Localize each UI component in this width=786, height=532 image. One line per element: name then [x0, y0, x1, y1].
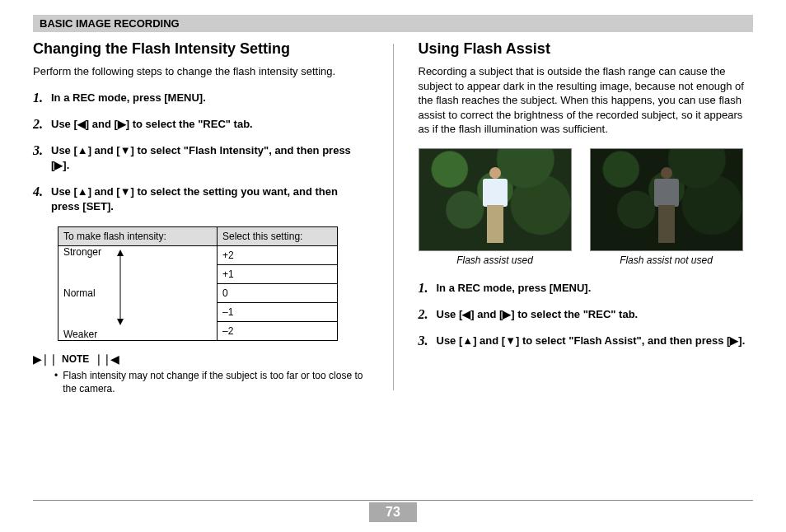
step-text: Use [◀] and [▶] to select the "REC" tab.: [437, 307, 639, 322]
sample-image-not-used: [590, 148, 743, 251]
setting-value: 0: [218, 283, 338, 302]
right-steps: 1. In a REC mode, press [MENU]. 2. Use […: [419, 281, 754, 349]
step-item: 2. Use [◀] and [▶] to select the "REC" t…: [33, 117, 368, 132]
section-header: BASIC IMAGE RECORDING: [33, 15, 753, 32]
step-text: Use [◀] and [▶] to select the "REC" tab.: [51, 117, 253, 132]
note-heading-row: ▶❘❘ NOTE ❘❘◀: [33, 352, 368, 366]
content-columns: Changing the Flash Intensity Setting Per…: [33, 40, 753, 395]
step-item: 3. Use [▲] and [▼] to select "Flash Assi…: [419, 334, 754, 348]
step-text: Use [▲] and [▼] to select the setting yo…: [51, 184, 368, 214]
setting-value: –2: [218, 321, 338, 340]
right-intro: Recording a subject that is outside the …: [419, 64, 754, 137]
left-column: Changing the Flash Intensity Setting Per…: [33, 40, 368, 395]
step-item: 1. In a REC mode, press [MENU].: [419, 281, 754, 296]
setting-value: –1: [218, 302, 338, 321]
right-title: Using Flash Assist: [419, 40, 754, 58]
sample-image-used: [419, 148, 572, 251]
intensity-scale-cell: Stronger Normal Weaker: [58, 245, 218, 340]
step-number: 2.: [33, 117, 51, 132]
weaker-label: Weaker: [63, 329, 97, 340]
caption-used: Flash assist used: [419, 254, 572, 266]
stronger-label: Stronger: [63, 246, 101, 258]
sample-left: Flash assist used: [419, 148, 572, 266]
caption-not-used: Flash assist not used: [590, 254, 743, 266]
step-text: Use [▲] and [▼] to select "Flash Intensi…: [51, 143, 368, 173]
step-item: 4. Use [▲] and [▼] to select the setting…: [33, 184, 368, 214]
svg-marker-1: [117, 250, 124, 256]
note-label: NOTE: [62, 353, 89, 365]
svg-marker-2: [117, 319, 124, 325]
left-intro: Perform the following steps to change th…: [33, 64, 368, 79]
note-arrow-right-icon: ❘❘◀: [94, 352, 118, 366]
step-item: 1. In a REC mode, press [MENU].: [33, 91, 368, 105]
step-number: 3.: [419, 334, 437, 348]
right-column: Using Flash Assist Recording a subject t…: [419, 40, 754, 395]
note-body: • Flash intensity may not change if the …: [54, 369, 368, 395]
step-text: In a REC mode, press [MENU].: [437, 281, 592, 296]
step-text: In a REC mode, press [MENU].: [51, 91, 206, 105]
sample-images-row: Flash assist used Flash assist not used: [419, 148, 754, 266]
setting-value: +1: [218, 264, 338, 283]
page-footer: 73: [33, 500, 753, 522]
step-number: 1.: [33, 91, 51, 105]
step-item: 3. Use [▲] and [▼] to select "Flash Inte…: [33, 143, 368, 173]
column-divider: [393, 44, 394, 390]
step-item: 2. Use [◀] and [▶] to select the "REC" t…: [419, 307, 754, 322]
intensity-arrow-icon: [116, 250, 124, 325]
note-text: Flash intensity may not change if the su…: [63, 369, 367, 395]
step-number: 4.: [33, 184, 51, 214]
table-header: Select this setting:: [218, 226, 338, 245]
intensity-table: To make flash intensity: Select this set…: [58, 226, 338, 341]
normal-label: Normal: [63, 287, 96, 299]
page-number: 73: [369, 502, 417, 522]
bullet-icon: •: [54, 369, 58, 395]
left-title: Changing the Flash Intensity Setting: [33, 40, 368, 58]
step-text: Use [▲] and [▼] to select "Flash Assist"…: [437, 334, 746, 348]
step-number: 3.: [33, 143, 51, 173]
footer-rule: [33, 500, 753, 501]
sample-right: Flash assist not used: [590, 148, 743, 266]
step-number: 2.: [419, 307, 437, 322]
left-steps: 1. In a REC mode, press [MENU]. 2. Use […: [33, 91, 368, 215]
step-number: 1.: [419, 281, 437, 296]
note-arrow-left-icon: ▶❘❘: [33, 352, 57, 366]
setting-value: +2: [218, 245, 338, 264]
table-header: To make flash intensity:: [58, 226, 218, 245]
